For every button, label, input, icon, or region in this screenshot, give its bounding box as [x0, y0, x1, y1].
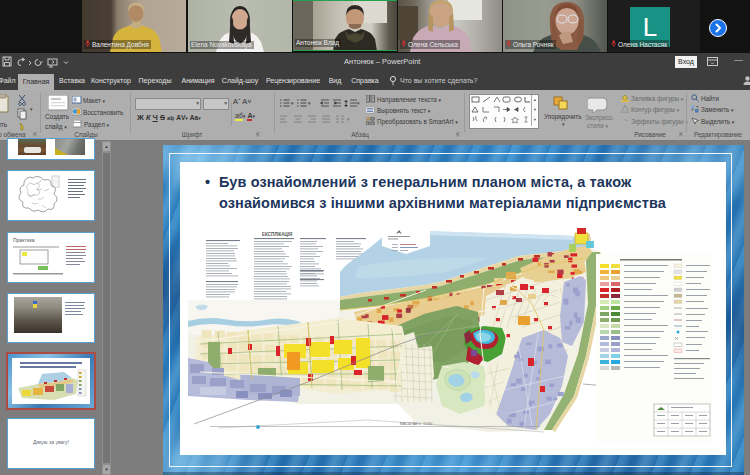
svg-text:ЕКСПЛІКАЦІЯ: ЕКСПЛІКАЦІЯ	[262, 232, 292, 237]
svg-text:Практика: Практика	[13, 237, 35, 243]
svg-text:МАСШТАБ 1 : 5 000: МАСШТАБ 1 : 5 000	[400, 422, 432, 426]
